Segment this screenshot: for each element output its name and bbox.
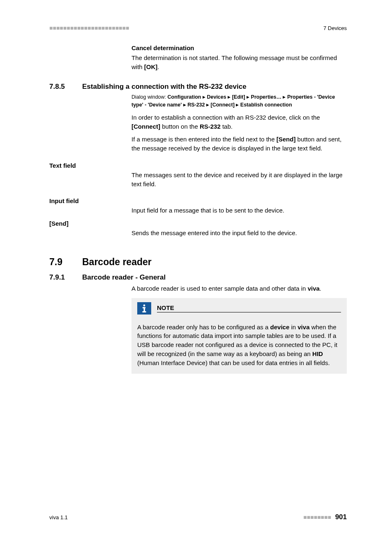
dialog-step: RS-232 xyxy=(187,102,205,108)
section-7-9-heading: 7.9 Barcode reader xyxy=(49,257,347,268)
note-box: NOTE A barcode reader only has to be con… xyxy=(131,298,347,374)
text-field-label: Text field xyxy=(49,162,347,169)
text-fragment: . xyxy=(320,285,321,292)
text-fragment: button on the xyxy=(160,123,200,130)
page-footer: viva 1.1 ■■■■■■■■ 901 xyxy=(49,513,347,521)
svg-rect-2 xyxy=(144,307,145,312)
footer-marks: ■■■■■■■■ xyxy=(303,514,331,520)
triangle-icon: ▶ xyxy=(203,95,205,99)
dialog-step: Properties… xyxy=(251,94,281,100)
note-body: A barcode reader only has to be configur… xyxy=(137,323,341,368)
dialog-step: Devices xyxy=(207,94,226,100)
paragraph: A barcode reader is used to enter sample… xyxy=(131,284,347,293)
triangle-icon: ▶ xyxy=(236,103,239,107)
footer-right: ■■■■■■■■ 901 xyxy=(303,513,347,521)
section-7-8-5-heading: 7.8.5 Establishing a connection with the… xyxy=(49,83,347,91)
text-fragment: If a message is then entered into the fi… xyxy=(131,136,277,143)
section-number: 7.9 xyxy=(49,257,82,268)
connect-label: [Connect] xyxy=(131,123,160,130)
note-title: NOTE xyxy=(157,304,341,311)
cancel-determination-title: Cancel determination xyxy=(131,44,347,53)
info-icon xyxy=(137,302,151,314)
triangle-icon: ▶ xyxy=(247,95,249,99)
text-fragment: The determination is not started. The fo… xyxy=(131,54,337,70)
viva-label: viva xyxy=(308,285,320,292)
dialog-step: [Connect] xyxy=(211,102,235,108)
dialog-step: Configuration xyxy=(168,94,201,100)
section-title: Establishing a connection with the RS-23… xyxy=(82,83,247,91)
triangle-icon: ▶ xyxy=(283,95,286,99)
text-fragment: A barcode reader is used to enter sample… xyxy=(131,285,308,292)
section-number: 7.8.5 xyxy=(49,83,82,91)
send-description: Sends the message entered into the input… xyxy=(131,229,347,238)
text-fragment: (Human Interface Device) that can be use… xyxy=(137,359,330,366)
section-title: Barcode reader - General xyxy=(82,273,166,282)
cancel-determination-block: Cancel determination The determination i… xyxy=(131,44,347,71)
text-fragment: tab. xyxy=(221,123,233,130)
cancel-determination-body: The determination is not started. The fo… xyxy=(131,53,347,72)
rs232-label: RS-232 xyxy=(200,123,221,130)
page-number: 901 xyxy=(335,513,347,521)
ok-label: [OK] xyxy=(144,63,158,70)
paragraph: In order to establish a connection with … xyxy=(131,113,347,131)
note-divider xyxy=(157,312,341,312)
triangle-icon: ▶ xyxy=(183,103,186,107)
hid-label: HID xyxy=(312,350,323,357)
section-title: Barcode reader xyxy=(82,257,152,268)
dialog-prefix: Dialog window: xyxy=(131,94,168,100)
header-chapter-label: 7 Devices xyxy=(323,25,347,31)
footer-left: viva 1.1 xyxy=(49,514,68,520)
text-fragment: In order to establish a connection with … xyxy=(131,114,320,121)
svg-point-0 xyxy=(143,304,145,306)
page-header: ■■■■■■■■■■■■■■■■■■■■■■■ 7 Devices xyxy=(49,25,347,31)
dialog-window-path: Dialog window: Configuration ▶ Devices ▶… xyxy=(131,93,347,109)
triangle-icon: ▶ xyxy=(228,95,231,99)
device-label: device xyxy=(270,324,290,331)
text-fragment: . xyxy=(157,63,159,70)
send-label: [Send] xyxy=(277,136,296,143)
triangle-icon: ▶ xyxy=(206,103,209,107)
dialog-step: [Edit] xyxy=(232,94,245,100)
viva-label: viva xyxy=(297,324,309,331)
section-7-9-1-heading: 7.9.1 Barcode reader - General xyxy=(49,273,347,282)
text-field-description: The messages sent to the device and rece… xyxy=(131,171,347,189)
section-number: 7.9.1 xyxy=(49,273,82,282)
text-fragment: A barcode reader only has to be configur… xyxy=(137,324,270,331)
input-field-description: Input field for a message that is to be … xyxy=(131,206,347,215)
header-marks: ■■■■■■■■■■■■■■■■■■■■■■■ xyxy=(49,25,129,31)
dialog-step: Establish connection xyxy=(240,102,292,108)
text-fragment: in xyxy=(289,324,297,331)
svg-rect-3 xyxy=(143,311,146,312)
paragraph: If a message is then entered into the fi… xyxy=(131,135,347,153)
input-field-label: Input field xyxy=(49,197,347,204)
send-label-side: [Send] xyxy=(49,220,347,227)
